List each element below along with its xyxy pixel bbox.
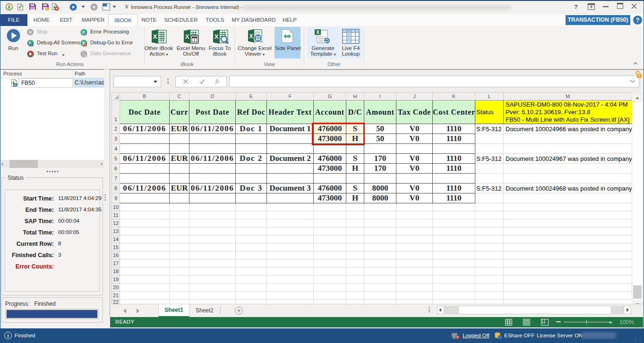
svg-text:xls: xls	[14, 84, 17, 86]
svg-text:X: X	[249, 33, 253, 40]
svg-text:X: X	[153, 33, 157, 40]
svg-text:X: X	[185, 33, 189, 40]
svg-text:X: X	[316, 30, 319, 35]
svg-text:X: X	[215, 33, 219, 40]
